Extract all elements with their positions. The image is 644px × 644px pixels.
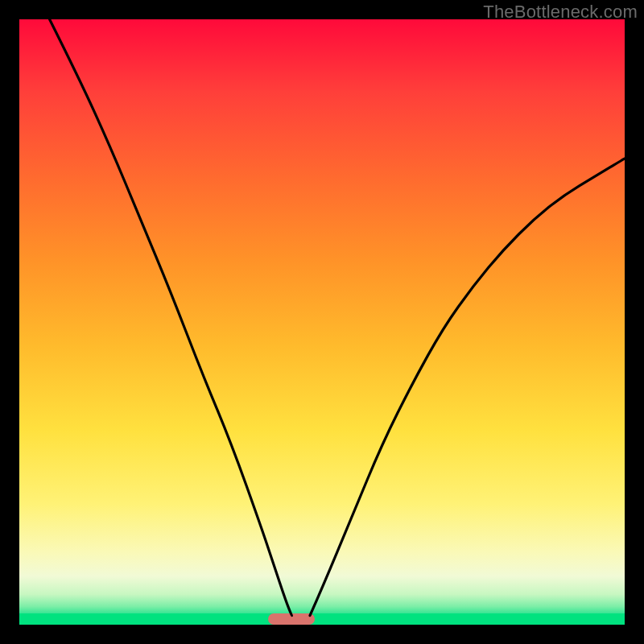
left-branch-curve xyxy=(50,19,292,616)
right-branch-curve xyxy=(310,159,625,616)
chart-frame: TheBottleneck.com xyxy=(0,0,644,644)
bottleneck-curves xyxy=(19,19,625,625)
plot-area xyxy=(19,19,625,625)
